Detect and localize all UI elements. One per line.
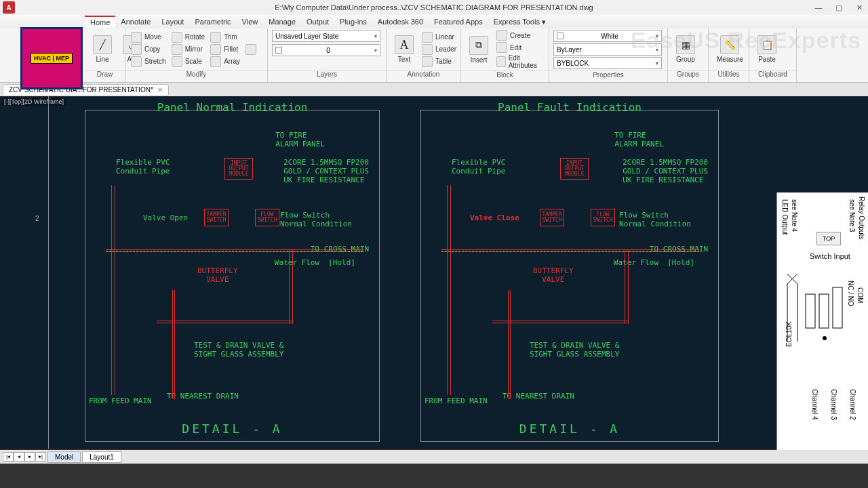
- label-nearest-drain-r: TO NEAREST DRAIN: [502, 392, 574, 401]
- close-button[interactable]: ✕: [852, 3, 867, 12]
- svg-rect-2: [833, 287, 842, 328]
- leader-button[interactable]: Leader: [420, 44, 458, 55]
- watermark: EaseUS RecExperts: [631, 27, 861, 54]
- channel4-label: Channel 4: [811, 389, 818, 420]
- schematic-fault: Panel Fault Indication Flexible PVC Cond…: [420, 110, 719, 442]
- channel3-label: Channel 3: [830, 389, 837, 420]
- rotate-button[interactable]: Rotate: [170, 32, 206, 43]
- mirror-button[interactable]: Mirror: [170, 44, 206, 55]
- panel-layers-label: Layers: [268, 70, 386, 82]
- linear-dim-button[interactable]: Linear: [420, 32, 458, 43]
- label-cable-spec: 2CORE 1.5MMSQ FP200 GOLD / CONTEXT PLUS …: [283, 158, 369, 184]
- tab-express[interactable]: Express Tools: [488, 16, 545, 27]
- title-fault: Panel Fault Indication: [498, 101, 642, 114]
- label-flex-pvc-r: Flexible PVC Conduit Pipe: [452, 158, 505, 176]
- tamper-switch-box-r: TAMPER SWITCH: [540, 209, 564, 226]
- eol-label: EOL10K: [785, 321, 793, 347]
- tab-layout[interactable]: Layout: [156, 16, 189, 27]
- schematic-normal: Panel Normal Indication Flexible PVC Con…: [85, 110, 380, 442]
- ruler-vertical: 2: [33, 96, 49, 449]
- layout-tabs: |◂ ◂ ▸ ▸| Model Layout1: [0, 450, 868, 464]
- edit-block-button[interactable]: Edit: [495, 42, 545, 53]
- document-tabs: ZCV SCHEMATIC DIA...FOR PRESENTATION* ✕: [0, 83, 868, 96]
- text-button[interactable]: AText: [391, 34, 418, 64]
- tab-output[interactable]: Output: [301, 16, 334, 27]
- lineweight-combo[interactable]: BYBLOCK: [553, 57, 662, 69]
- app-icon[interactable]: A: [3, 1, 15, 14]
- layout1-tab[interactable]: Layout1: [82, 451, 121, 463]
- create-block-button[interactable]: Create: [495, 30, 545, 41]
- tamper-switch-box: TAMPER SWITCH: [204, 209, 229, 226]
- panel-annotation-label: Annotation: [387, 70, 460, 82]
- label-valve-close: Valve Close: [470, 214, 519, 222]
- panel-draw-label: Draw: [85, 70, 125, 82]
- label-fire-panel: TO FIRE ALARM PANEL: [275, 131, 325, 148]
- ribbon-tabs: Home Annotate Layout Parametric View Man…: [0, 15, 868, 28]
- drawing-canvas[interactable]: [-][Top][2D Wireframe] 2 Panel Normal In…: [0, 96, 868, 449]
- svg-rect-0: [806, 294, 815, 328]
- ruler-mark: 2: [35, 215, 39, 222]
- detail-label-right: DETAIL - A: [519, 422, 620, 436]
- io-module-box: INPUT OUTPUT MODULE: [224, 158, 253, 180]
- layer-current-combo[interactable]: 0: [272, 44, 380, 56]
- label-fire-panel-r: TO FIRE ALARM PANEL: [614, 131, 664, 148]
- tab-nav-prev-icon[interactable]: ◂: [14, 452, 24, 462]
- tab-nav-last-icon[interactable]: ▸|: [35, 452, 46, 462]
- tab-view[interactable]: View: [237, 16, 264, 27]
- tab-annotate[interactable]: Annotate: [115, 16, 156, 27]
- copy-button[interactable]: Copy: [130, 44, 167, 55]
- move-button[interactable]: Move: [130, 32, 167, 43]
- label-cable-spec-r: 2CORE 1.5MMSQ FP200 GOLD / CONTEXT PLUS …: [623, 158, 708, 184]
- tab-manage[interactable]: Manage: [263, 16, 301, 27]
- minimize-button[interactable]: —: [811, 3, 826, 12]
- panel-groups-label: Groups: [668, 70, 708, 82]
- svg-rect-1: [819, 294, 829, 328]
- layer-state-combo[interactable]: Unsaved Layer State: [272, 30, 380, 42]
- modify-extra-icon[interactable]: [245, 44, 256, 55]
- label-flow-switch: Flow Switch Normal Condition: [280, 211, 352, 228]
- label-flex-pvc: Flexible PVC Conduit Pipe: [116, 158, 170, 176]
- insert-button[interactable]: ⧉Insert: [465, 35, 492, 65]
- ribbon-overflow-icon[interactable]: ▾: [542, 18, 546, 26]
- label-nearest-drain: TO NEAREST DRAIN: [167, 392, 239, 401]
- label-butterfly-r: BUTTERFLY VALVE: [533, 266, 574, 284]
- title-normal: Panel Normal Indication: [157, 101, 308, 114]
- brand-logo-text: HVAC | MEP: [31, 53, 73, 64]
- label-test-drain-r: TEST & DRAIN VALVE & SIGHT GLASS ASSEMBL…: [530, 341, 619, 359]
- label-butterfly: BUTTERFLY VALVE: [197, 266, 238, 284]
- tab-nav-next-icon[interactable]: ▸: [24, 452, 35, 462]
- status-bar: [0, 464, 868, 488]
- panel-modify-label: Modify: [125, 70, 267, 82]
- side-palette[interactable]: TOP LED Output see Note 4 Switch Input R…: [776, 192, 868, 488]
- stretch-button[interactable]: Stretch: [130, 56, 167, 67]
- tab-autodesk360[interactable]: Autodesk 360: [372, 16, 429, 27]
- close-doc-icon[interactable]: ✕: [157, 86, 163, 94]
- label-test-drain: TEST & DRAIN VALVE & SIGHT GLASS ASSEMBL…: [194, 341, 283, 359]
- array-button[interactable]: Array: [209, 56, 241, 67]
- window-title: E:\My Computer Data\Under process..\ZCV …: [275, 3, 593, 12]
- table-button[interactable]: Table: [420, 56, 458, 67]
- fillet-button[interactable]: Fillet: [209, 44, 241, 55]
- ncno-label: NC / NO: [847, 281, 854, 306]
- panel-properties-label: Properties: [549, 70, 667, 82]
- tab-featured[interactable]: Featured Apps: [429, 16, 488, 27]
- tab-plugins[interactable]: Plug-ins: [334, 16, 372, 27]
- label-valve-open: Valve Open: [143, 214, 188, 222]
- tab-nav-first-icon[interactable]: |◂: [3, 452, 14, 462]
- com-label: COM: [856, 287, 864, 303]
- tab-parametric[interactable]: Parametric: [189, 16, 236, 27]
- panel-clipboard-label: Clipboard: [749, 70, 796, 82]
- scale-button[interactable]: Scale: [170, 56, 206, 67]
- brand-logo: HVAC | MEP: [20, 27, 83, 89]
- io-module-box-r: INPUT OUTPUT MODULE: [560, 158, 589, 180]
- trim-button[interactable]: Trim: [209, 32, 241, 43]
- label-flow-switch-r: Flow Switch Normal Condition: [619, 211, 691, 228]
- edit-attributes-button[interactable]: Edit Attributes: [495, 54, 545, 69]
- title-bar: A E:\My Computer Data\Under process..\ZC…: [0, 0, 868, 15]
- maximize-button[interactable]: ▢: [831, 3, 846, 12]
- model-tab[interactable]: Model: [47, 451, 81, 463]
- tab-home[interactable]: Home: [85, 16, 115, 28]
- detail-label-left: DETAIL - A: [182, 422, 282, 436]
- label-feed-main-r: FROM FEED MAIN: [425, 396, 488, 405]
- line-button[interactable]: ╱Line: [89, 34, 116, 64]
